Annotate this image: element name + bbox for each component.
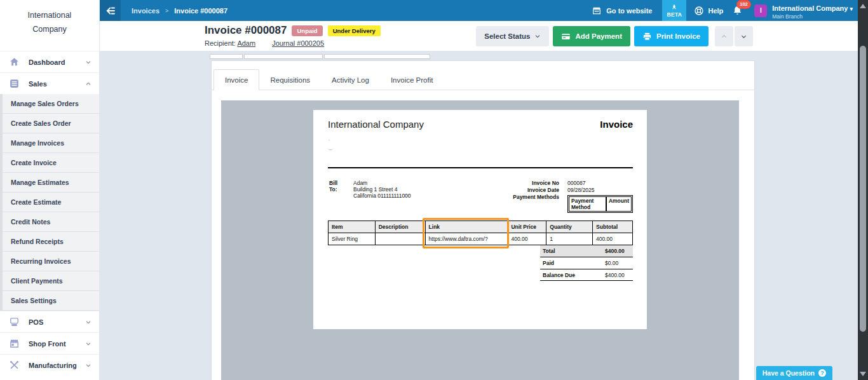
previous-record-button[interactable] xyxy=(715,26,733,46)
payment-methods-label: Payment Methods xyxy=(450,194,559,200)
account-branch-name: Main Branch xyxy=(772,13,853,20)
sidebar-item-sales[interactable]: Sales xyxy=(0,72,99,94)
have-a-question-button[interactable]: Have a Question ? xyxy=(756,366,832,380)
sidebar-subitem-create-estimate[interactable]: Create Estimate xyxy=(3,193,99,212)
sidebar-subitem-create-sales-order[interactable]: Create Sales Order xyxy=(3,114,99,133)
invoice-date-label: Invoice Date xyxy=(450,187,559,193)
tab-activity-log[interactable]: Activity Log xyxy=(321,69,380,90)
balance-due-label: Balance Due xyxy=(540,272,599,278)
recipient-label: Recipient: xyxy=(205,39,236,47)
invoice-date-value: 09/28/2025 xyxy=(559,187,633,193)
col-item: Item xyxy=(329,221,376,233)
record-pager xyxy=(715,26,753,46)
sidebar-subitem-create-invoice[interactable]: Create Invoice xyxy=(3,153,99,173)
page-header: Invoice #000087 Unpaid Under Delivery Re… xyxy=(100,21,858,51)
breadcrumb-separator: > xyxy=(165,8,168,14)
notifications-button[interactable]: 102 xyxy=(732,5,743,16)
account-menu[interactable]: I International Company▾ Main Branch xyxy=(754,2,853,20)
bill-to-name: Adam xyxy=(353,180,411,186)
document-divider xyxy=(328,167,633,168)
sidebar-item-label: Dashboard xyxy=(29,58,85,66)
logo-line2: Company xyxy=(0,22,99,36)
content-area: Invoice Requisitions Activity Log Invoic… xyxy=(100,51,858,380)
amount-column-header: Amount xyxy=(606,196,632,212)
sidebar-item-pos[interactable]: POS xyxy=(0,311,99,332)
scroll-up-arrow-icon[interactable] xyxy=(860,4,866,8)
vertical-scrollbar[interactable] xyxy=(858,0,868,380)
company-avatar: I xyxy=(754,4,767,17)
sidebar-subitem-credit-notes[interactable]: Credit Notes xyxy=(3,212,99,232)
recipient-row: Recipient: Adam xyxy=(205,39,255,47)
chevron-up-icon xyxy=(721,33,728,40)
cell-quantity: 1 xyxy=(546,233,593,245)
cell-item-name: Silver Ring xyxy=(329,233,376,245)
account-company-name: International Company▾ xyxy=(772,4,853,12)
beta-badge[interactable]: BETA xyxy=(662,0,686,21)
help-label: Help xyxy=(708,7,723,15)
totals-table: Total $400.00 Paid $0.00 Balance Due $40… xyxy=(540,245,633,281)
bill-to-label: Bill To: xyxy=(329,180,347,199)
balance-due-row: Balance Due $400.00 xyxy=(540,269,633,281)
paid-label: Paid xyxy=(540,260,599,266)
clipped-toolbar-segment xyxy=(244,54,323,59)
website-storefront-icon xyxy=(592,6,602,16)
sidebar-item-dashboard[interactable]: Dashboard xyxy=(0,51,99,72)
breadcrumb-invoices[interactable]: Invoices xyxy=(132,7,159,15)
select-status-button[interactable]: Select Status xyxy=(476,26,549,46)
recipient-link[interactable]: Adam xyxy=(237,39,255,47)
invoice-card: Invoice Requisitions Activity Log Invoic… xyxy=(211,60,755,380)
chevron-down-icon xyxy=(85,341,92,347)
sidebar-subitem-sales-settings[interactable]: Sales Settings xyxy=(3,291,99,311)
sidebar-item-shop-front[interactable]: Shop Front xyxy=(0,332,99,354)
unpaid-status-badge: Unpaid xyxy=(292,25,322,36)
invoice-no-value: 000087 xyxy=(559,180,633,186)
sidebar-item-manufacturing[interactable]: Manufacturing xyxy=(0,354,99,376)
invoice-paper: International Company Invoice . .,. Bill… xyxy=(313,110,647,329)
logo-line1: International xyxy=(0,8,99,22)
sidebar-subitem-manage-sales-orders[interactable]: Manage Sales Orders xyxy=(3,94,99,114)
sales-list-icon xyxy=(9,78,20,89)
have-a-question-label: Have a Question xyxy=(763,369,815,377)
next-record-button[interactable] xyxy=(735,26,753,46)
chevron-down-icon xyxy=(85,362,92,369)
scroll-down-arrow-icon[interactable] xyxy=(860,372,866,376)
document-title: Invoice xyxy=(600,119,633,130)
sidebar-subitem-manage-estimates[interactable]: Manage Estimates xyxy=(3,173,99,193)
balance-due-value: $400.00 xyxy=(599,272,625,278)
collapse-sidebar-button[interactable] xyxy=(100,0,121,21)
print-invoice-button[interactable]: Print Invoice xyxy=(634,26,709,46)
scrollbar-thumb[interactable] xyxy=(860,46,866,332)
link-column-highlight-box xyxy=(423,218,509,248)
tab-invoice[interactable]: Invoice xyxy=(214,69,259,90)
cell-subtotal: 400.00 xyxy=(593,233,633,245)
sidebar-subitem-manage-invoices[interactable]: Manage Invoices xyxy=(3,133,99,153)
sidebar-subitem-client-payments[interactable]: Client Payments xyxy=(3,271,99,291)
col-subtotal: Subtotal xyxy=(593,221,633,233)
chevron-down-icon xyxy=(740,33,747,40)
document-preview-panel: International Company Invoice . .,. Bill… xyxy=(221,100,739,380)
go-to-website-label: Go to website xyxy=(606,7,652,15)
company-address-placeholder: . .,. xyxy=(329,134,332,153)
journal-link[interactable]: Journal #000205 xyxy=(272,39,324,47)
total-label: Total xyxy=(540,248,599,254)
rocket-icon xyxy=(670,4,678,11)
tab-invoice-profit[interactable]: Invoice Profit xyxy=(380,69,444,90)
add-payment-label: Add Payment xyxy=(575,32,622,40)
collapse-arrow-icon xyxy=(105,5,116,17)
help-button[interactable]: Help xyxy=(694,6,723,16)
invoice-no-label: Invoice No xyxy=(450,180,559,186)
cell-unit-price: 400.00 xyxy=(508,233,546,245)
tab-requisitions[interactable]: Requisitions xyxy=(259,69,321,90)
app-screen: International Company Dashboard Sales Ma… xyxy=(0,0,868,380)
caret-down-icon: ▾ xyxy=(850,6,853,12)
sidebar-subitem-refund-receipts[interactable]: Refund Receipts xyxy=(3,232,99,252)
add-payment-button[interactable]: Add Payment xyxy=(553,26,630,46)
bill-to-street: Building 1 Street 4 xyxy=(353,186,411,193)
tab-bar: Invoice Requisitions Activity Log Invoic… xyxy=(212,61,754,90)
chevron-down-icon xyxy=(85,319,92,325)
total-row: Total $400.00 xyxy=(540,245,633,257)
go-to-website-button[interactable]: Go to website xyxy=(592,6,652,16)
col-unit-price: Unit Price xyxy=(508,221,546,233)
breadcrumb-current: Invoice #000087 xyxy=(174,7,227,15)
sidebar-subitem-recurring-invoices[interactable]: Recurring Invoices xyxy=(3,252,99,271)
